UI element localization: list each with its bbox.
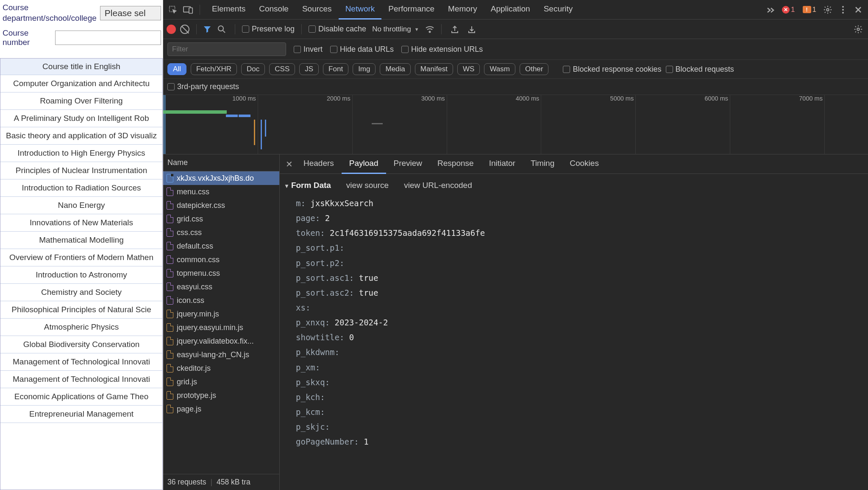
detail-tab-headers[interactable]: Headers: [296, 154, 342, 174]
request-row[interactable]: menu.css: [163, 185, 279, 199]
chip-media[interactable]: Media: [380, 63, 410, 75]
filter-icon[interactable]: [203, 25, 211, 33]
network-timeline[interactable]: 1000 ms2000 ms3000 ms4000 ms5000 ms6000 …: [163, 95, 868, 154]
close-detail-icon[interactable]: ✕: [282, 159, 296, 169]
blocked-cookies-checkbox[interactable]: Blocked response cookies: [563, 65, 661, 74]
course-row[interactable]: Computer Organization and Architectu: [0, 75, 162, 92]
clear-button[interactable]: [180, 25, 189, 34]
course-row[interactable]: Chemistry and Society: [0, 284, 162, 301]
name-column-header[interactable]: Name: [163, 154, 279, 171]
chip-css[interactable]: CSS: [269, 63, 295, 75]
request-row[interactable]: xkJxs.vxkJxsJxjhBs.do: [163, 171, 279, 185]
chip-all[interactable]: All: [167, 63, 186, 75]
tab-performance[interactable]: Performance: [381, 0, 441, 20]
tab-application[interactable]: Application: [484, 0, 537, 20]
request-row[interactable]: common.css: [163, 253, 279, 266]
network-settings-icon[interactable]: [852, 23, 865, 36]
chip-js[interactable]: JS: [299, 63, 319, 75]
detail-tab-initiator[interactable]: Initiator: [481, 154, 523, 174]
course-row[interactable]: Atmospheric Physics: [0, 319, 162, 336]
chip-wasm[interactable]: Wasm: [484, 63, 515, 75]
inspect-element-icon[interactable]: [167, 3, 179, 16]
course-row[interactable]: Nano Energy: [0, 197, 162, 214]
view-url-encoded-link[interactable]: view URL-encoded: [404, 181, 472, 190]
course-number-input[interactable]: [55, 31, 161, 45]
chip-manifest[interactable]: Manifest: [415, 63, 453, 75]
course-row[interactable]: Overview of Frontiers of Modern Mathen: [0, 249, 162, 266]
request-row[interactable]: easyui.css: [163, 280, 279, 294]
more-tabs-icon[interactable]: [764, 3, 777, 16]
request-row[interactable]: css.css: [163, 226, 279, 239]
kebab-menu-icon[interactable]: [837, 3, 849, 16]
course-row[interactable]: Introduction to Radiation Sources: [0, 179, 162, 197]
chip-img[interactable]: Img: [353, 63, 376, 75]
tab-network[interactable]: Network: [339, 0, 382, 20]
course-row[interactable]: Introduction to Astronomy: [0, 266, 162, 284]
course-row[interactable]: Entrepreneurial Management: [0, 406, 162, 423]
course-row[interactable]: Introduction to High Energy Physics: [0, 145, 162, 162]
chip-font[interactable]: Font: [323, 63, 348, 75]
tab-elements[interactable]: Elements: [205, 0, 252, 20]
record-button[interactable]: [167, 25, 176, 34]
course-row[interactable]: Economic Applications of Game Theo: [0, 388, 162, 406]
course-row[interactable]: Philosophical Principles of Natural Scie: [0, 301, 162, 319]
request-row[interactable]: icon.css: [163, 294, 279, 307]
device-toolbar-icon[interactable]: [182, 3, 195, 16]
request-row[interactable]: easyui-lang-zh_CN.js: [163, 348, 279, 361]
detail-tab-timing[interactable]: Timing: [523, 154, 562, 174]
throttling-dropdown[interactable]: No throttling ▼: [370, 25, 421, 34]
settings-icon[interactable]: [821, 3, 834, 16]
dept-select[interactable]: Please sel: [100, 6, 161, 20]
detail-tab-payload[interactable]: Payload: [342, 154, 386, 174]
course-row[interactable]: Roaming Over Filtering: [0, 92, 162, 110]
detail-tab-cookies[interactable]: Cookies: [562, 154, 606, 174]
close-devtools-icon[interactable]: [852, 3, 865, 16]
course-row[interactable]: A Preliminary Study on Intelligent Rob: [0, 110, 162, 127]
request-row[interactable]: prototype.js: [163, 389, 279, 402]
file-purple-icon: [167, 269, 173, 277]
request-row[interactable]: datepicker.css: [163, 199, 279, 212]
upload-har-icon[interactable]: [448, 23, 461, 36]
tab-sources[interactable]: Sources: [295, 0, 339, 20]
disable-cache-checkbox[interactable]: Disable cache: [309, 25, 366, 34]
request-row[interactable]: jquery.validatebox.fix...: [163, 334, 279, 348]
tab-security[interactable]: Security: [537, 0, 580, 20]
course-row[interactable]: Basic theory and application of 3D visua…: [0, 127, 162, 145]
course-row[interactable]: Mathematical Modelling: [0, 232, 162, 249]
tab-memory[interactable]: Memory: [441, 0, 484, 20]
invert-checkbox[interactable]: Invert: [294, 45, 323, 54]
filter-input[interactable]: [167, 42, 286, 56]
course-row[interactable]: Global Biodiversity Conservation: [0, 336, 162, 353]
chip-ws[interactable]: WS: [457, 63, 480, 75]
tab-console[interactable]: Console: [252, 0, 295, 20]
course-row[interactable]: Innovations of New Materials: [0, 214, 162, 232]
third-party-checkbox[interactable]: 3rd-party requests: [167, 82, 239, 91]
hide-data-urls-checkbox[interactable]: Hide data URLs: [330, 45, 394, 54]
request-row[interactable]: jquery.easyui.min.js: [163, 321, 279, 334]
request-row[interactable]: jquery.min.js: [163, 307, 279, 321]
request-row[interactable]: grid.js: [163, 375, 279, 389]
course-row[interactable]: Principles of Nuclear Instrumentation: [0, 162, 162, 179]
preserve-log-checkbox[interactable]: Preserve log: [242, 25, 295, 34]
detail-tab-response[interactable]: Response: [430, 154, 481, 174]
request-row[interactable]: grid.css: [163, 212, 279, 226]
request-row[interactable]: page.js: [163, 402, 279, 416]
detail-tab-preview[interactable]: Preview: [386, 154, 430, 174]
search-icon[interactable]: [215, 23, 228, 36]
chip-fetchxhr[interactable]: Fetch/XHR: [191, 63, 237, 75]
request-row[interactable]: default.css: [163, 239, 279, 253]
request-row[interactable]: ckeditor.js: [163, 361, 279, 375]
network-conditions-icon[interactable]: [425, 25, 434, 33]
hide-ext-urls-checkbox[interactable]: Hide extension URLs: [401, 45, 483, 54]
request-row[interactable]: topmenu.css: [163, 266, 279, 280]
course-row[interactable]: Management of Technological Innovati: [0, 371, 162, 388]
course-row[interactable]: Management of Technological Innovati: [0, 353, 162, 371]
download-har-icon[interactable]: [465, 23, 478, 36]
blocked-requests-checkbox[interactable]: Blocked requests: [666, 65, 734, 74]
chip-other[interactable]: Other: [520, 63, 549, 75]
view-source-link[interactable]: view source: [346, 181, 389, 190]
chip-doc[interactable]: Doc: [241, 63, 265, 75]
errors-badge[interactable]: ✕ 1: [779, 6, 797, 14]
issues-badge[interactable]: ! 1: [800, 6, 819, 14]
form-data-title[interactable]: ▼Form Data: [284, 181, 331, 190]
